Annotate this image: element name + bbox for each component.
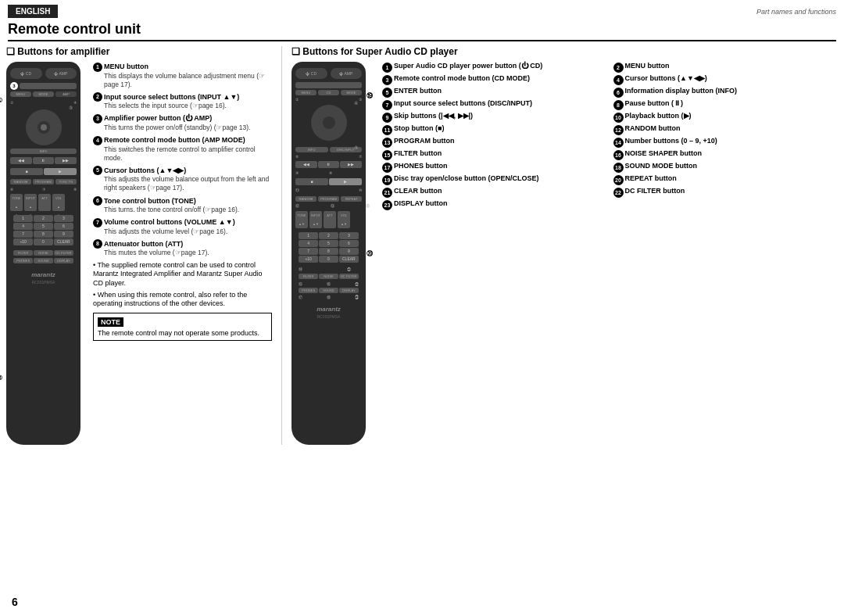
right-desc-item: 12RANDOM button: [613, 124, 839, 135]
page-title: Remote control unit: [8, 21, 836, 41]
language-label: ENGLISH: [8, 5, 58, 18]
right-desc-item: 4Cursor buttons (▲▼◀▶): [613, 74, 839, 85]
left-desc-item: 6Tone control button (TONE)This turns. t…: [93, 196, 272, 215]
right-desc-item: 15FILTER button: [382, 149, 607, 160]
right-desc-item: 20REPEAT button: [613, 174, 839, 185]
right-desc-item: 13PROGRAM button: [382, 137, 607, 148]
right-section-title: ❑ Buttons for Super Audio CD player: [291, 46, 838, 57]
right-desc-item: 10Playback button (▶): [613, 112, 839, 123]
right-desc-item: 14Number buttons (0 – 9, +10): [613, 137, 839, 148]
right-remote: ⏻ CD ⏻ AMP MENU CD MODE ②③: [291, 62, 366, 445]
left-section-title: ❑ Buttons for amplifier: [6, 46, 272, 57]
left-desc-item: 8Attenuator button (ATT)This mutes the v…: [93, 239, 272, 258]
left-desc-item: 5Cursor buttons (▲▼◀▶)This adjusts the v…: [93, 166, 272, 193]
right-desc-item: 5ENTER button: [382, 87, 607, 98]
right-desc-item: 7Input source select buttons (DISC/INPUT…: [382, 99, 607, 110]
left-remote: ⏻ CD ⏻ AMP 3 MENU MODE AMP: [6, 62, 80, 445]
right-desc-item: 3Remote control mode button (CD MODE): [382, 74, 607, 85]
right-desc-item: 23DISPLAY button: [382, 199, 607, 210]
right-desc-item: 22DC FILTER button: [613, 187, 839, 198]
right-desc-item: 17PHONES button: [382, 162, 607, 173]
section-header: Part names and functions: [756, 8, 836, 16]
left-desc-item: 4Remote control mode button (AMP MODE)Th…: [93, 135, 272, 163]
left-descriptions: 1MENU buttonThis displays the volume bal…: [93, 62, 272, 445]
left-desc-item: 3Amplifier power button (⏻ AMP)This turn…: [93, 113, 272, 132]
left-desc-item: 1MENU buttonThis displays the volume bal…: [93, 62, 272, 89]
right-desc-item: 8Pause button (⏸): [613, 99, 839, 110]
right-desc-item: 2MENU button: [613, 62, 839, 73]
right-desc-item: 11Stop button (■): [382, 124, 607, 135]
left-desc-item: 2Input source select buttons (INPUT ▲▼)T…: [93, 92, 272, 111]
right-descriptions: 1Super Audio CD player power button (⏻ C…: [382, 62, 838, 445]
right-desc-item: 19Disc tray open/close button (OPEN/CLOS…: [382, 174, 607, 185]
right-desc-item: 9Skip buttons (|◀◀, ▶▶|): [382, 112, 607, 123]
right-desc-item: 6Information display button (INFO): [613, 87, 839, 98]
right-desc-item: 18SOUND MODE button: [613, 162, 839, 173]
left-desc-item: 7Volume control buttons (VOLUME ▲▼)This …: [93, 217, 272, 236]
right-desc-item: 16NOISE SHAPER button: [613, 149, 839, 160]
right-desc-item: 1Super Audio CD player power button (⏻ C…: [382, 62, 607, 73]
right-desc-item: 21CLEAR button: [382, 187, 607, 198]
page-number: 6: [12, 596, 18, 608]
